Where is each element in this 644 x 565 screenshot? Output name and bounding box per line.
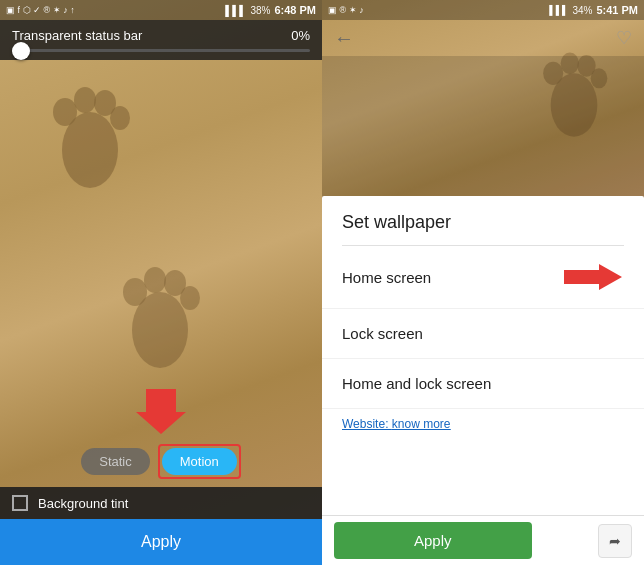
right-status-area: ▌▌▌ 38% 6:48 PM (225, 4, 316, 16)
static-button[interactable]: Static (81, 448, 150, 475)
red-arrow-right (564, 262, 624, 292)
time-display-left: 6:48 PM (274, 4, 316, 16)
svg-point-4 (110, 106, 130, 130)
heart-icon[interactable]: ♡ (616, 27, 632, 49)
motion-button-wrapper: Motion (158, 444, 241, 479)
time-display-right: 5:41 PM (596, 4, 638, 16)
right-battery: 34% (572, 5, 592, 16)
svg-point-6 (123, 278, 147, 306)
static-motion-row: Static Motion (0, 436, 322, 487)
dialog-item-lock-screen[interactable]: Lock screen (322, 309, 644, 359)
signal-bars: ▌▌▌ (225, 5, 246, 16)
svg-point-1 (53, 98, 77, 126)
footprint-bottom-right (100, 220, 220, 380)
lock-screen-label: Lock screen (342, 325, 423, 342)
transparent-bar-text: Transparent status bar (12, 28, 142, 43)
share-icon: ➦ (609, 533, 621, 549)
back-arrow-icon[interactable]: ← (334, 27, 354, 50)
background-tint-row: Background tint (0, 487, 322, 519)
transparent-bar-label-row: Transparent status bar 0% (12, 28, 310, 43)
red-right-arrow-icon (564, 262, 624, 292)
home-and-lock-label: Home and lock screen (342, 375, 491, 392)
bottom-controls: Static Motion Background tint Apply (0, 384, 322, 565)
transparency-slider-track[interactable] (12, 49, 310, 52)
footer-link[interactable]: know more (392, 417, 451, 431)
share-button[interactable]: ➦ (598, 524, 632, 558)
motion-button[interactable]: Motion (162, 448, 237, 475)
footprint-top-left (30, 40, 150, 200)
right-bottom-bar: Apply ➦ (322, 515, 644, 565)
dialog-item-home-and-lock[interactable]: Home and lock screen (322, 359, 644, 409)
dialog-box: Set wallpaper Home screen Lock screen Ho… (322, 196, 644, 565)
svg-point-7 (144, 267, 166, 293)
dialog-item-home-screen[interactable]: Home screen (322, 246, 644, 309)
right-signal: ▌▌▌ (549, 5, 568, 15)
dialog-overlay: Set wallpaper Home screen Lock screen Ho… (322, 56, 644, 565)
svg-point-9 (180, 286, 200, 310)
apply-button-right[interactable]: Apply (334, 522, 532, 559)
arrow-container-left (0, 384, 322, 434)
down-arrow-left (136, 384, 186, 434)
transparent-bar-value: 0% (291, 28, 310, 43)
notification-icons: ▣ f ⬡ ✓ ® ✶ ♪ ↑ (6, 5, 75, 15)
dialog-title: Set wallpaper (322, 196, 644, 245)
right-panel: ▣ ® ✶ ♪ ▌▌▌ 34% 5:41 PM ← ♡ Set wallpape… (322, 0, 644, 565)
svg-marker-16 (564, 264, 622, 290)
right-topbar: ← ♡ (322, 20, 644, 56)
right-notification-icons: ▣ ® ✶ ♪ (328, 5, 364, 15)
status-bar-right: ▣ ® ✶ ♪ ▌▌▌ 34% 5:41 PM (322, 0, 644, 20)
battery-percentage: 38% (250, 5, 270, 16)
status-bar-left: ▣ f ⬡ ✓ ® ✶ ♪ ↑ ▌▌▌ 38% 6:48 PM (0, 0, 322, 20)
left-status-icons: ▣ f ⬡ ✓ ® ✶ ♪ ↑ (6, 5, 75, 15)
dialog-footer: Website: know more (322, 409, 644, 439)
background-tint-checkbox[interactable] (12, 495, 28, 511)
right-right-status: ▌▌▌ 34% 5:41 PM (549, 4, 638, 16)
svg-point-2 (74, 87, 96, 113)
background-tint-label: Background tint (38, 496, 128, 511)
svg-marker-10 (136, 389, 186, 434)
right-left-icons: ▣ ® ✶ ♪ (328, 5, 364, 15)
home-screen-label: Home screen (342, 269, 431, 286)
transparent-bar-section: Transparent status bar 0% (0, 20, 322, 60)
left-panel: ▣ f ⬡ ✓ ® ✶ ♪ ↑ ▌▌▌ 38% 6:48 PM Transpar… (0, 0, 322, 565)
footer-text: Website: (342, 417, 392, 431)
transparency-slider-thumb[interactable] (12, 42, 30, 60)
apply-button-left[interactable]: Apply (0, 519, 322, 565)
